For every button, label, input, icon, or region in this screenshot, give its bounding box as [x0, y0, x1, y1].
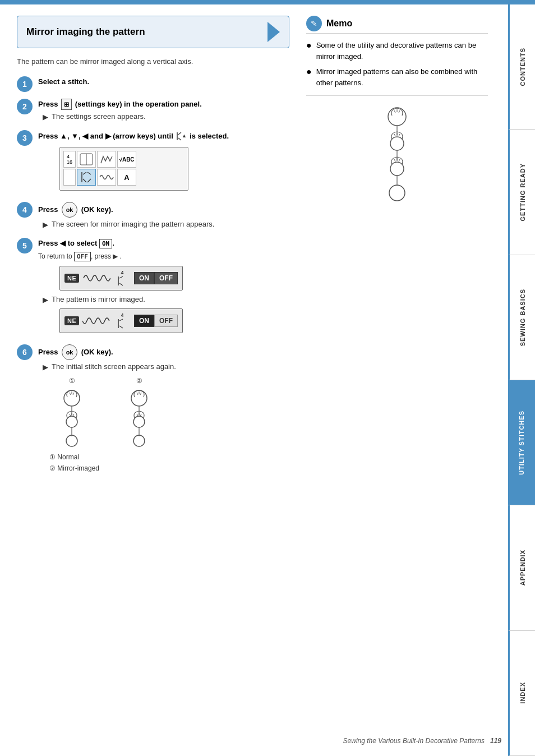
svg-line-48 [394, 159, 395, 162]
svg-line-18 [70, 393, 71, 395]
step-5: 5 Press ◀ to select ON. To return to OFF… [17, 238, 289, 338]
sidebar-appendix[interactable]: APPENDIX [508, 505, 535, 630]
sidebar-label-sewing-basics: SEWING BASICS [519, 289, 526, 346]
step-1: 1 Select a stitch. [17, 76, 289, 92]
result-arrow-6-icon: ▶ [43, 363, 48, 371]
svg-line-41 [394, 134, 395, 136]
ne-label: NE [64, 274, 79, 283]
stitch-num-val-after: 4 [121, 312, 123, 318]
memo-header: ✎ Memo [306, 16, 488, 34]
svg-line-16 [119, 326, 123, 328]
step-3-panel: 416 [59, 147, 188, 191]
svg-line-8 [83, 179, 86, 182]
pattern-illustration [369, 104, 425, 216]
main-content: Mirror imaging the pattern The pattern c… [0, 4, 505, 497]
panel-icon-1 [79, 152, 94, 167]
svg-line-13 [119, 283, 123, 285]
step-6-result: ▶ The initial stitch screen appears agai… [43, 362, 289, 371]
svg-line-33 [137, 414, 138, 416]
step-2-result-text: The settings screen appears. [52, 112, 146, 121]
on-off-display-after: NE 4 ON [59, 308, 183, 333]
svg-line-2 [178, 138, 181, 140]
on-off-buttons-before: ON OFF [134, 272, 178, 284]
memo-bullet-2: ● [306, 65, 312, 88]
panel-cell-1 [77, 151, 96, 168]
step-num-2: 2 [17, 99, 33, 114]
page-title: Mirror imaging the pattern [26, 26, 145, 38]
ok-key-icon-4: ok [62, 202, 77, 218]
right-sidebar: CONTENTS GETTING READY SEWING BASICS UTI… [508, 4, 535, 756]
panel-cell-3: √ABC [117, 151, 136, 168]
panel-text-A: A [124, 173, 129, 182]
on-text: ON [99, 239, 112, 248]
step-num-5: 5 [17, 238, 33, 253]
two-col-layout: Mirror imaging the pattern The pattern c… [17, 16, 488, 481]
panel-text-abc: √ABC [119, 156, 134, 163]
off-button-after[interactable]: OFF [154, 315, 178, 327]
legend-item-2: ② Mirror-imaged [49, 463, 289, 474]
off-button-before[interactable]: OFF [154, 272, 178, 284]
legend-item-1: ① Normal [49, 452, 289, 463]
svg-line-38 [399, 110, 400, 113]
svg-line-24 [73, 414, 74, 416]
sidebar-label-appendix: APPENDIX [519, 550, 526, 586]
panel-cell-A: A [117, 169, 136, 186]
svg-line-15 [119, 319, 123, 321]
stitch-num-val: 4 [121, 270, 123, 275]
caption-num-2: ② [136, 377, 142, 385]
memo-item-2: ● Mirror imaged patterns can also be com… [306, 66, 488, 88]
footer-text: Sewing the Various Built-In Decorative P… [343, 737, 485, 745]
title-box: Mirror imaging the pattern [17, 16, 289, 48]
sidebar-label-utility-stitches: UTILITY STITCHES [518, 411, 525, 475]
caption-images: ① [49, 377, 289, 449]
svg-line-46 [399, 159, 400, 162]
panel-cell-empty [63, 169, 76, 186]
memo-bullet-1: ● [306, 39, 312, 62]
svg-line-22 [70, 414, 71, 416]
svg-line-9 [87, 172, 91, 174]
panel-cell-mirror [77, 169, 96, 186]
step-6-text: Press ok (OK key). [38, 344, 289, 360]
top-bar [0, 0, 535, 4]
ne-label-after: NE [64, 316, 79, 325]
on-off-display-before: NE 4 [59, 266, 183, 291]
step-3-content: Press ▲, ▼, ◀ and ▶ (arrow keys) until ▲… [38, 130, 289, 195]
on-button-after[interactable]: ON [134, 315, 154, 327]
memo-section: ✎ Memo ● Some of the utility and decorat… [306, 16, 488, 216]
memo-text-2: Mirror imaged patterns can also be combi… [316, 66, 488, 88]
step-6: 6 Press ok (OK key). ▶ The initial stitc… [17, 344, 289, 473]
caption-img-1: ① [49, 377, 94, 449]
sidebar-label-contents: CONTENTS [519, 48, 526, 86]
svg-line-20 [73, 393, 74, 395]
normal-pattern-svg [49, 387, 94, 449]
step-num-6: 6 [17, 344, 33, 360]
result-arrow-5-icon: ▶ [43, 296, 48, 304]
off-text: OFF [74, 252, 91, 261]
step-4-result-text: The screen for mirror imaging the patter… [52, 220, 214, 228]
on-button-before[interactable]: ON [134, 272, 154, 284]
sidebar-sewing-basics[interactable]: SEWING BASICS [508, 255, 535, 380]
page-footer: Sewing the Various Built-In Decorative P… [343, 737, 501, 745]
align-icon [116, 275, 128, 287]
step-5-subtext: To return to OFF, press ▶ . [38, 251, 289, 262]
settings-key-icon: ⊞ [61, 99, 72, 110]
memo-icon: ✎ [306, 16, 322, 31]
memo-text-1: Some of the utility and decorative patte… [316, 40, 488, 62]
step-num-4: 4 [17, 202, 33, 218]
sidebar-getting-ready[interactable]: GETTING READY [508, 130, 535, 255]
sidebar-contents[interactable]: CONTENTS [508, 4, 535, 130]
sidebar-utility-stitches[interactable]: UTILITY STITCHES [508, 380, 535, 505]
svg-point-34 [133, 435, 145, 446]
subtitle-text: The pattern can be mirror imaged along a… [17, 56, 289, 67]
sidebar-index[interactable]: INDEX [508, 631, 535, 756]
memo-pattern-svg [372, 104, 422, 216]
svg-line-43 [399, 134, 400, 136]
step-1-content: Select a stitch. [38, 76, 289, 90]
legend-label-2: Mirror-imaged [57, 464, 99, 472]
svg-line-27 [140, 393, 141, 395]
step-6-result-text: The initial stitch screen appears again. [52, 362, 176, 371]
svg-line-7 [83, 172, 86, 174]
align-icon-after [116, 318, 128, 329]
step-3-text: Press ▲, ▼, ◀ and ▶ (arrow keys) until ▲… [38, 130, 289, 142]
captions-legend: ① Normal ② Mirror-imaged [49, 452, 289, 473]
